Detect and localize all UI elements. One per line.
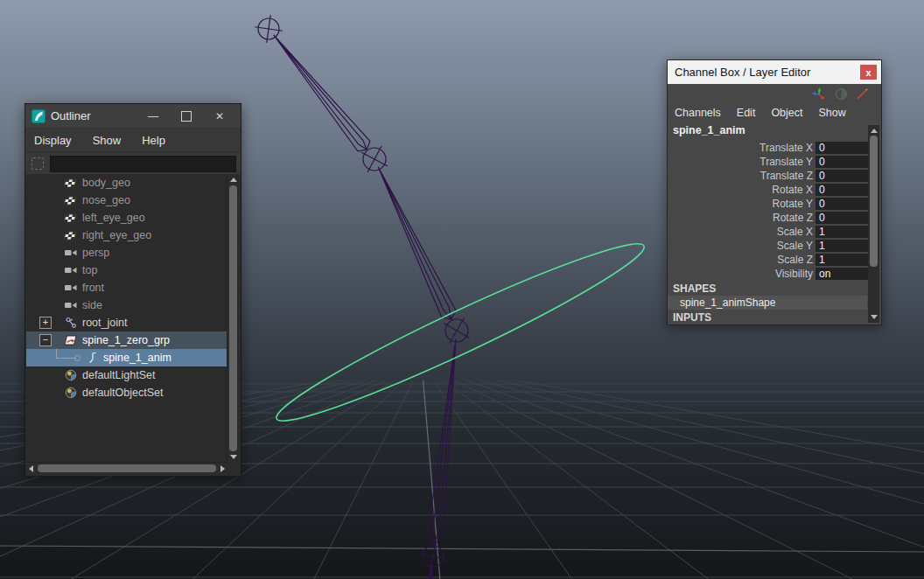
channel-value-field[interactable]: 0 <box>816 212 868 224</box>
minimize-icon[interactable]: — <box>146 109 160 123</box>
outliner-window: Outliner — ✕ Display Show Help body_geon… <box>24 103 242 477</box>
channel-value-field[interactable]: 1 <box>816 240 868 252</box>
collapse-minus-icon[interactable]: − <box>39 334 52 346</box>
scroll-right-icon[interactable] <box>220 465 225 472</box>
menu-channels[interactable]: Channels <box>675 107 721 119</box>
scroll-left-icon[interactable] <box>29 465 33 472</box>
close-icon[interactable]: ✕ <box>213 109 227 123</box>
outliner-item-right_eye_geo[interactable]: right_eye_geo <box>26 227 228 244</box>
channel-label[interactable]: Scale Z <box>668 254 813 266</box>
outliner-item-nose_geo[interactable]: nose_geo <box>26 192 228 209</box>
transform-icon <box>63 334 78 346</box>
mesh-icon <box>63 177 78 189</box>
pencil-icon[interactable] <box>856 87 869 101</box>
expand-plus-icon[interactable]: + <box>39 317 52 329</box>
outliner-item-top[interactable]: top <box>26 262 228 279</box>
joint-icon <box>63 317 78 329</box>
channel-row: Rotate Z0 <box>668 211 881 225</box>
channel-box-toolbar <box>668 84 881 103</box>
channel-row: Translate Y0 <box>668 155 881 169</box>
scrollbar-thumb[interactable] <box>229 185 237 451</box>
scroll-down-icon[interactable] <box>230 455 237 459</box>
channel-value-field[interactable]: on <box>816 268 868 280</box>
filter-marquee-icon <box>32 157 44 170</box>
curve-icon <box>84 352 99 364</box>
menu-object[interactable]: Object <box>771 107 802 119</box>
mesh-icon <box>63 194 78 206</box>
outliner-item-root_joint[interactable]: +root_joint <box>26 314 228 331</box>
shapes-section-header: SHAPES <box>668 282 881 296</box>
outliner-item-label: side <box>82 299 102 311</box>
channel-box-title: Channel Box / Layer Editor <box>675 66 810 79</box>
outliner-item-side[interactable]: side <box>26 296 228 314</box>
outliner-item-spine_1_zero_grp[interactable]: −spine_1_zero_grp <box>26 331 228 349</box>
channel-box-titlebar[interactable]: Channel Box / Layer Editor x <box>668 60 881 84</box>
channel-box-menubar: Channels Edit Object Show <box>668 103 881 122</box>
outliner-item-persp[interactable]: persp <box>26 244 228 262</box>
menu-show[interactable]: Show <box>93 134 122 147</box>
menu-help[interactable]: Help <box>142 134 165 147</box>
maya-logo-icon <box>32 109 46 123</box>
vertical-scrollbar[interactable] <box>227 174 240 463</box>
channel-value-field[interactable]: 0 <box>816 184 868 196</box>
channel-label[interactable]: Translate Y <box>668 156 813 168</box>
channel-row: Scale Z1 <box>668 253 881 267</box>
tree-connector-dot <box>74 355 80 361</box>
maximize-icon[interactable] <box>181 111 192 122</box>
outliner-item-body_geo[interactable]: body_geo <box>26 174 228 192</box>
outliner-menubar: Display Show Help <box>25 129 241 152</box>
menu-edit[interactable]: Edit <box>737 107 756 119</box>
channel-box-window: Channel Box / Layer Editor x Channels Ed… <box>667 59 882 325</box>
channel-label[interactable]: Scale X <box>668 226 813 238</box>
channel-row: Rotate X0 <box>668 183 881 197</box>
camera-icon <box>63 247 78 259</box>
outliner-item-label: front <box>82 282 104 294</box>
channel-label[interactable]: Rotate Y <box>668 198 813 210</box>
outliner-item-label: left_eye_geo <box>82 212 145 224</box>
channel-value-field[interactable]: 1 <box>816 254 868 266</box>
channel-value-field[interactable]: 0 <box>816 198 868 210</box>
channel-label[interactable]: Translate X <box>668 142 813 154</box>
channel-value-field[interactable]: 0 <box>816 170 868 182</box>
outliner-item-defaultLightSet[interactable]: defaultLightSet <box>26 366 228 384</box>
scrollbar-thumb[interactable] <box>870 136 878 267</box>
channel-label[interactable]: Rotate X <box>668 184 813 196</box>
channel-label[interactable]: Translate Z <box>668 170 813 182</box>
shape-node-row[interactable]: spine_1_animShape <box>668 296 867 310</box>
outliner-item-label: spine_1_anim <box>103 352 172 364</box>
channel-row: Rotate Y0 <box>668 197 881 211</box>
channel-label[interactable]: Scale Y <box>668 240 813 252</box>
scroll-up-icon[interactable] <box>871 129 878 133</box>
outliner-titlebar[interactable]: Outliner — ✕ <box>25 104 241 129</box>
channel-row: Translate Z0 <box>668 169 881 183</box>
menu-display[interactable]: Display <box>34 134 72 147</box>
scrollbar-thumb[interactable] <box>38 464 216 472</box>
channel-label[interactable]: Rotate Z <box>668 212 813 224</box>
search-input[interactable] <box>50 156 236 172</box>
channel-row: Translate X0 <box>668 141 881 155</box>
scroll-up-icon[interactable] <box>230 178 237 182</box>
set-icon <box>63 369 78 381</box>
mesh-icon <box>63 229 78 241</box>
outliner-item-left_eye_geo[interactable]: left_eye_geo <box>26 209 228 227</box>
channel-value-field[interactable]: 0 <box>816 142 868 154</box>
channel-label[interactable]: Visibility <box>668 268 813 280</box>
camera-icon <box>63 282 78 294</box>
set-icon <box>63 387 78 399</box>
vertical-scrollbar[interactable] <box>868 125 879 323</box>
channel-value-field[interactable]: 0 <box>816 156 868 168</box>
sphere-icon[interactable] <box>835 87 848 101</box>
mesh-icon <box>63 212 78 224</box>
camera-icon <box>63 264 78 276</box>
move-manipulator-icon[interactable] <box>811 87 827 101</box>
outliner-item-front[interactable]: front <box>26 279 228 296</box>
close-icon[interactable]: x <box>860 65 877 80</box>
horizontal-scrollbar[interactable] <box>26 462 228 475</box>
outliner-item-defaultObjectSet[interactable]: defaultObjectSet <box>26 384 228 401</box>
outliner-item-spine_1_anim[interactable]: spine_1_anim <box>26 349 228 366</box>
outliner-item-label: right_eye_geo <box>82 229 151 241</box>
menu-show[interactable]: Show <box>819 107 846 119</box>
selected-node-name: spine_1_anim <box>668 122 881 138</box>
channel-value-field[interactable]: 1 <box>816 226 868 238</box>
scroll-down-icon[interactable] <box>871 315 878 319</box>
